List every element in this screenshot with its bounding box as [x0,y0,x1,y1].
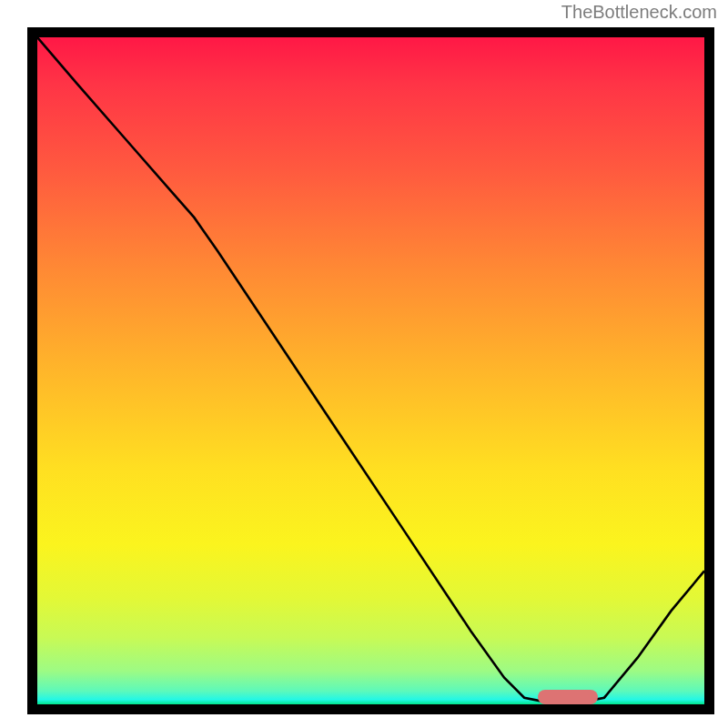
chart-frame [27,27,714,714]
curve-svg [37,37,704,704]
chart-plot-area [37,37,704,704]
watermark-text: TheBottleneck.com [561,2,717,23]
bottleneck-curve [37,37,704,702]
optimal-range-marker [538,690,598,704]
